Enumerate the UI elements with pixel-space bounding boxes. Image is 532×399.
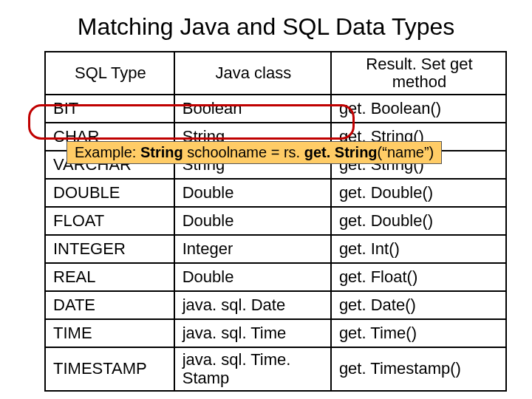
table-row: FLOATDoubleget. Double()	[45, 207, 506, 235]
cell: FLOAT	[45, 207, 174, 235]
cell: java. sql. Time	[174, 319, 331, 347]
cell: get. Double()	[331, 207, 506, 235]
header-java-class: Java class	[174, 52, 331, 95]
header-resultset: Result. Set get method	[331, 52, 506, 95]
table-row: REALDoubleget. Float()	[45, 263, 506, 291]
cell: INTEGER	[45, 235, 174, 263]
example-bold1: String	[140, 144, 183, 160]
cell: Double	[174, 263, 331, 291]
table-row: BITBooleanget. Boolean()	[45, 95, 506, 123]
table-header-row: SQL Type Java class Result. Set get meth…	[45, 52, 506, 95]
cell: Double	[174, 207, 331, 235]
cell: java. sql. Date	[174, 291, 331, 319]
example-bold2: get. String	[304, 144, 378, 160]
cell: TIMESTAMP	[45, 347, 174, 390]
cell: get. Double()	[331, 179, 506, 207]
example-suffix: (“name”)	[378, 144, 434, 160]
example-prefix: Example:	[75, 144, 140, 160]
example-mid: schoolname = rs.	[183, 144, 304, 160]
cell: Boolean	[174, 95, 331, 123]
cell: get. Int()	[331, 235, 506, 263]
cell: DATE	[45, 291, 174, 319]
example-callout: Example: String schoolname = rs. get. St…	[66, 141, 442, 164]
header-sql-type: SQL Type	[45, 52, 174, 95]
cell: Integer	[174, 235, 331, 263]
table-row: INTEGERIntegerget. Int()	[45, 235, 506, 263]
cell: get. Date()	[331, 291, 506, 319]
cell: BIT	[45, 95, 174, 123]
cell: Double	[174, 179, 331, 207]
table-row: TIMEjava. sql. Timeget. Time()	[45, 319, 506, 347]
table-row: DATEjava. sql. Dateget. Date()	[45, 291, 506, 319]
table-container: SQL Type Java class Result. Set get meth…	[44, 51, 507, 392]
type-mapping-table: SQL Type Java class Result. Set get meth…	[44, 51, 507, 392]
cell: get. Time()	[331, 319, 506, 347]
page-title: Matching Java and SQL Data Types	[0, 13, 532, 41]
table-row: TIMESTAMPjava. sql. Time. Stampget. Time…	[45, 347, 506, 390]
cell: get. Boolean()	[331, 95, 506, 123]
cell: get. Timestamp()	[331, 347, 506, 390]
cell: DOUBLE	[45, 179, 174, 207]
table-row: DOUBLEDoubleget. Double()	[45, 179, 506, 207]
cell: TIME	[45, 319, 174, 347]
cell: java. sql. Time. Stamp	[174, 347, 331, 390]
cell: get. Float()	[331, 263, 506, 291]
cell: REAL	[45, 263, 174, 291]
